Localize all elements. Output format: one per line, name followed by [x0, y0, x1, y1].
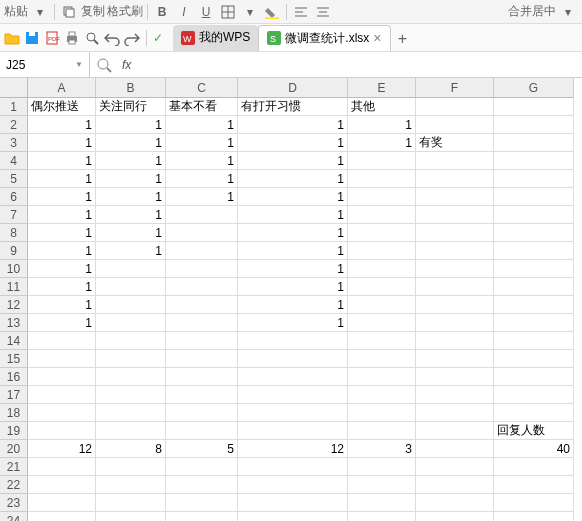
row-header[interactable]: 20	[0, 440, 28, 458]
column-header[interactable]: G	[494, 78, 574, 98]
row-header[interactable]: 23	[0, 494, 28, 512]
cell[interactable]	[416, 404, 494, 422]
cell[interactable]	[416, 152, 494, 170]
cell[interactable]	[166, 458, 238, 476]
cell[interactable]: 1	[238, 278, 348, 296]
row-header[interactable]: 6	[0, 188, 28, 206]
cell[interactable]: 1	[238, 170, 348, 188]
cell[interactable]: 1	[28, 224, 96, 242]
cell[interactable]	[348, 332, 416, 350]
cell[interactable]: 1	[28, 152, 96, 170]
row-header[interactable]: 24	[0, 512, 28, 521]
pdf-icon[interactable]: PDF	[44, 30, 60, 46]
cell-reference-box[interactable]: J25 ▼	[0, 52, 90, 77]
cell[interactable]	[494, 332, 574, 350]
paste-label[interactable]: 粘贴	[4, 3, 28, 20]
cell[interactable]	[28, 458, 96, 476]
cell[interactable]	[28, 494, 96, 512]
row-header[interactable]: 2	[0, 116, 28, 134]
save-icon[interactable]	[24, 30, 40, 46]
select-all-corner[interactable]	[0, 78, 28, 98]
cell[interactable]	[494, 188, 574, 206]
cell[interactable]: 1	[96, 206, 166, 224]
row-header[interactable]: 12	[0, 296, 28, 314]
cell[interactable]	[416, 98, 494, 116]
cell[interactable]	[348, 242, 416, 260]
cell[interactable]	[28, 332, 96, 350]
cell[interactable]: 1	[238, 188, 348, 206]
cell[interactable]	[416, 332, 494, 350]
print-preview-icon[interactable]	[84, 30, 100, 46]
cell[interactable]: 偶尔推送	[28, 98, 96, 116]
cell[interactable]	[348, 458, 416, 476]
cell[interactable]	[416, 314, 494, 332]
cell[interactable]	[166, 206, 238, 224]
cell[interactable]	[96, 296, 166, 314]
cell[interactable]	[348, 188, 416, 206]
cell[interactable]: 1	[348, 134, 416, 152]
new-folder-icon[interactable]	[4, 30, 20, 46]
cell[interactable]	[416, 260, 494, 278]
cell[interactable]: 1	[238, 206, 348, 224]
align-center-icon[interactable]	[313, 2, 333, 22]
cell[interactable]	[28, 476, 96, 494]
fill-color-icon[interactable]	[262, 2, 282, 22]
cell[interactable]	[96, 494, 166, 512]
cell[interactable]	[494, 512, 574, 521]
cell[interactable]	[166, 260, 238, 278]
row-header[interactable]: 18	[0, 404, 28, 422]
cell[interactable]	[166, 476, 238, 494]
cell[interactable]: 关注同行	[96, 98, 166, 116]
cell[interactable]: 3	[348, 440, 416, 458]
cell[interactable]: 1	[96, 116, 166, 134]
cell[interactable]	[416, 206, 494, 224]
fx-label[interactable]: fx	[122, 58, 131, 72]
cell[interactable]	[166, 332, 238, 350]
cell[interactable]	[166, 494, 238, 512]
row-header[interactable]: 15	[0, 350, 28, 368]
cell[interactable]	[494, 296, 574, 314]
print-icon[interactable]	[64, 30, 80, 46]
cell[interactable]	[238, 458, 348, 476]
cell[interactable]	[416, 476, 494, 494]
cell[interactable]: 1	[28, 170, 96, 188]
cell[interactable]: 1	[238, 296, 348, 314]
cell[interactable]	[166, 314, 238, 332]
row-header[interactable]: 11	[0, 278, 28, 296]
cell[interactable]	[494, 278, 574, 296]
cell[interactable]	[494, 224, 574, 242]
column-header[interactable]: C	[166, 78, 238, 98]
cell[interactable]: 1	[96, 152, 166, 170]
cell[interactable]: 1	[28, 260, 96, 278]
merge-label[interactable]: 合并居中	[508, 3, 556, 20]
cell[interactable]	[348, 368, 416, 386]
italic-icon[interactable]: I	[174, 2, 194, 22]
cell[interactable]	[96, 458, 166, 476]
cell[interactable]	[96, 512, 166, 521]
cell[interactable]	[416, 224, 494, 242]
copy-label[interactable]: 复制	[81, 3, 105, 20]
cell[interactable]	[348, 494, 416, 512]
cell[interactable]: 有打开习惯	[238, 98, 348, 116]
cell[interactable]	[28, 386, 96, 404]
cell[interactable]	[416, 278, 494, 296]
cell[interactable]: 1	[348, 116, 416, 134]
cell[interactable]	[348, 206, 416, 224]
row-header[interactable]: 14	[0, 332, 28, 350]
cell[interactable]: 1	[166, 134, 238, 152]
cell[interactable]	[416, 422, 494, 440]
redo-icon[interactable]	[124, 30, 140, 46]
cell[interactable]: 1	[166, 170, 238, 188]
cell[interactable]: 1	[96, 242, 166, 260]
row-header[interactable]: 17	[0, 386, 28, 404]
cell[interactable]	[238, 494, 348, 512]
cell[interactable]: 回复人数	[494, 422, 574, 440]
cell[interactable]	[238, 422, 348, 440]
format-painter-label[interactable]: 格式刷	[107, 3, 143, 20]
column-header[interactable]: D	[238, 78, 348, 98]
cell[interactable]	[238, 386, 348, 404]
tab-file[interactable]: S 微调查统计.xlsx ×	[258, 25, 390, 51]
cell[interactable]: 1	[28, 206, 96, 224]
cell[interactable]	[416, 440, 494, 458]
row-header[interactable]: 19	[0, 422, 28, 440]
